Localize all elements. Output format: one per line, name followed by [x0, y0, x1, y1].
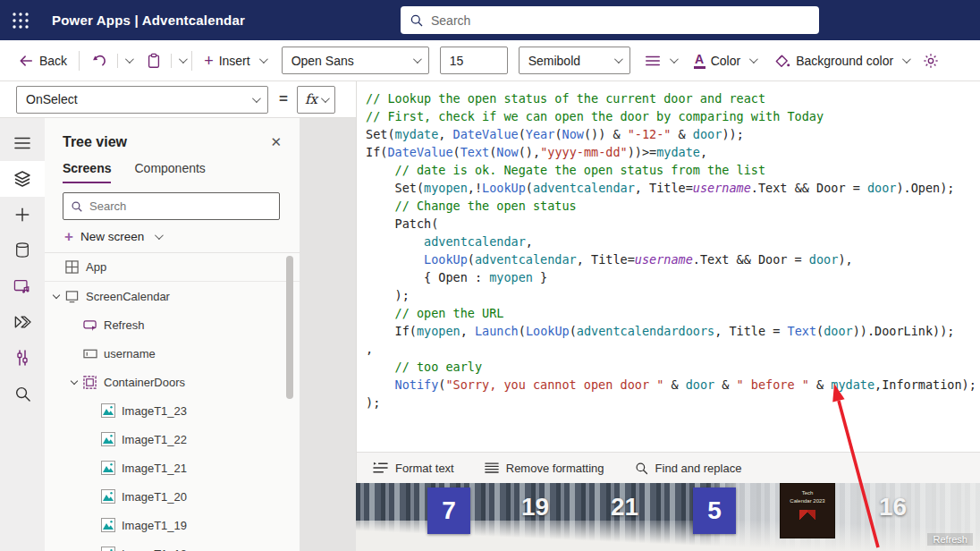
format-text-icon	[373, 462, 388, 474]
powerapps-studio: Power Apps | Adventcalendar Back	[0, 0, 980, 551]
screen-icon	[64, 289, 80, 304]
font-family-dropdown[interactable]: Open Sans	[282, 47, 429, 74]
image-icon	[101, 432, 115, 446]
tree-item-refresh[interactable]: Refresh	[45, 310, 300, 339]
back-button[interactable]: Back	[13, 53, 72, 69]
undo-chevron-icon[interactable]	[125, 55, 134, 64]
search-icon	[410, 13, 424, 28]
tab-screens[interactable]: Screens	[63, 161, 111, 183]
power-automate-rail-button[interactable]	[0, 304, 45, 340]
code-line: // Change the open status	[366, 197, 980, 215]
insert-rail-button[interactable]	[0, 197, 45, 233]
tree-item-username[interactable]: username	[45, 339, 300, 368]
tree-view-icon	[13, 170, 31, 188]
settings-gear-icon	[923, 53, 939, 69]
back-arrow-icon	[18, 53, 34, 69]
property-dropdown[interactable]: OnSelect	[16, 86, 268, 114]
tree-item-label: Refresh	[104, 318, 145, 332]
data-rail-button[interactable]	[0, 233, 45, 268]
code-line: If(myopen, Launch(LookUp(adventcalendard…	[366, 322, 980, 340]
screen-icon	[65, 290, 79, 303]
alignment-button[interactable]	[639, 54, 681, 68]
gift-bow-icon	[799, 510, 815, 522]
image-icon	[100, 489, 115, 504]
door-21[interactable]: 21	[611, 493, 638, 521]
format-text-label: Format text	[395, 462, 454, 475]
tree-item-imaget1_19[interactable]: ImageT1_19	[45, 511, 300, 539]
app-canvas-preview[interactable]: Tech Calendar 2023 Refresh 71921516	[356, 483, 980, 551]
font-family-value: Open Sans	[291, 54, 354, 68]
door-5[interactable]: 5	[693, 487, 736, 534]
background-color-icon	[773, 52, 790, 69]
font-size-field[interactable]: 15	[440, 47, 508, 74]
tree-item-imaget1_21[interactable]: ImageT1_21	[45, 454, 300, 482]
remove-formatting-icon	[485, 462, 499, 474]
tree-item-imaget1_22[interactable]: ImageT1_22	[45, 425, 300, 454]
color-chevron-icon	[749, 55, 758, 64]
fx-button[interactable]: fx	[297, 86, 335, 114]
font-family-chevron-icon	[413, 55, 422, 64]
formula-editor[interactable]: // Lookup the open status of the current…	[356, 81, 980, 452]
tree-item-label: ImageT1_22	[122, 433, 187, 446]
equals-sign: =	[279, 90, 288, 108]
tree-search-box[interactable]	[63, 192, 280, 220]
door-7[interactable]: 7	[427, 487, 470, 534]
door-16[interactable]: 16	[879, 493, 907, 521]
image-icon	[100, 518, 115, 533]
command-bar: Back + Insert Open Sans	[0, 40, 980, 81]
tree-view-button[interactable]	[0, 161, 45, 197]
button-icon	[82, 318, 97, 333]
expand-chevron-icon[interactable]	[71, 377, 78, 385]
global-search-box[interactable]	[401, 6, 819, 34]
paste-button[interactable]	[140, 53, 167, 69]
tree-item-app[interactable]: App	[45, 253, 300, 282]
top-header: Power Apps | Adventcalendar	[0, 0, 980, 40]
tab-components[interactable]: Components	[134, 161, 205, 183]
background-color-button[interactable]: Background color	[768, 52, 914, 69]
paste-chevron-icon[interactable]	[179, 55, 188, 64]
divider	[117, 54, 118, 68]
image-icon	[100, 403, 115, 419]
global-search-input[interactable]	[431, 13, 810, 28]
insert-button[interactable]: + Insert	[199, 53, 271, 69]
font-weight-dropdown[interactable]: Semibold	[519, 47, 630, 74]
remove-formatting-button[interactable]: Remove formatting	[485, 462, 604, 475]
tree-item-label: ImageT1_21	[122, 462, 187, 475]
variables-icon	[15, 349, 30, 367]
tree-item-screencalendar[interactable]: ScreenCalendar	[45, 282, 300, 310]
hamburger-menu-button[interactable]	[0, 125, 45, 161]
font-color-button[interactable]: A Color	[689, 53, 761, 69]
panel-gap	[300, 118, 356, 551]
expand-chevron-icon[interactable]	[53, 292, 60, 299]
undo-button[interactable]	[86, 52, 114, 69]
tree-item-imaget1_23[interactable]: ImageT1_23	[45, 396, 300, 425]
search-rail-button[interactable]	[0, 376, 45, 411]
format-text-button[interactable]: Format text	[373, 462, 454, 475]
new-screen-button[interactable]: + New screen	[45, 220, 300, 252]
find-and-replace-button[interactable]: Find and replace	[635, 462, 742, 475]
back-label: Back	[39, 54, 67, 68]
tree-item-imaget1_18[interactable]: ImageT1_18	[45, 539, 300, 551]
tree-item-imaget1_20[interactable]: ImageT1_20	[45, 482, 300, 511]
image-icon	[101, 547, 115, 551]
variables-rail-button[interactable]	[0, 340, 45, 376]
scrollbar-thumb[interactable]	[286, 256, 293, 399]
close-icon[interactable]: ✕	[265, 132, 287, 152]
find-and-replace-label: Find and replace	[655, 462, 742, 475]
editor-footer-bar: Format text Remove formatting Find and r…	[356, 452, 980, 483]
code-line: // too early	[366, 358, 980, 376]
door-19[interactable]: 19	[521, 493, 549, 521]
media-icon	[13, 278, 31, 294]
tree-scrollbar[interactable]	[286, 250, 293, 546]
tree-item-containerdoors[interactable]: ContainerDoors	[45, 368, 300, 396]
refresh-button[interactable]: Refresh	[927, 533, 973, 546]
app-icon	[65, 260, 79, 274]
waffle-menu-icon[interactable]	[0, 0, 41, 40]
media-rail-button[interactable]	[0, 268, 45, 304]
fx-chevron-icon	[321, 94, 330, 103]
image-icon	[101, 518, 115, 532]
tree-search-input[interactable]	[89, 199, 272, 213]
search-icon	[14, 386, 31, 403]
settings-button[interactable]	[917, 53, 944, 69]
code-line: Set(mydate, DateValue(Year(Now()) & "-12…	[366, 125, 980, 143]
